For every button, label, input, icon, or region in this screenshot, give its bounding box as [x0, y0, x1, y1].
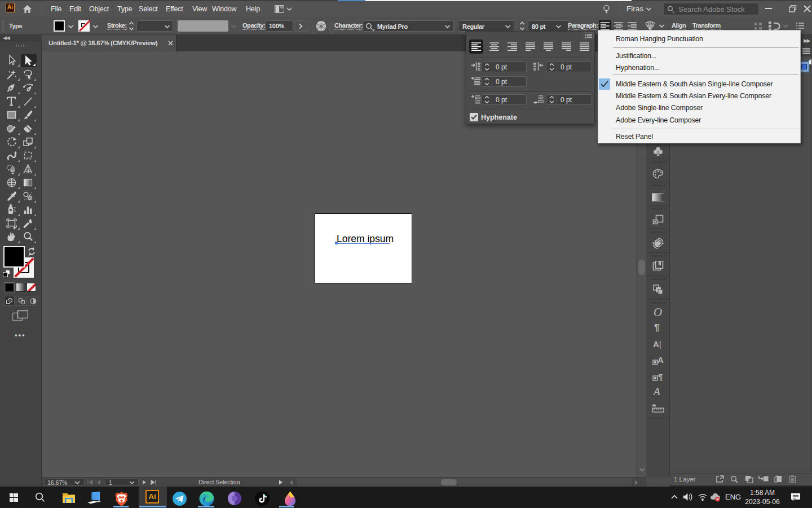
svg-text:A: A: [657, 356, 664, 365]
svg-text:¶: ¶: [658, 372, 663, 382]
